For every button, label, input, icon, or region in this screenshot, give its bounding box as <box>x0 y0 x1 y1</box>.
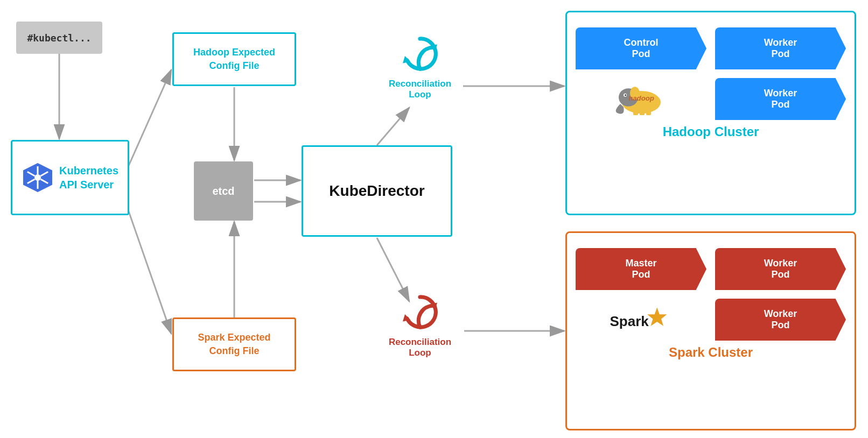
hadoop-logo: hadoop <box>609 83 674 115</box>
kubedirector-label: KubeDirector <box>329 182 424 200</box>
reconciliation-loop-bottom: ReconciliationLoop <box>377 291 463 358</box>
hadoop-logo-cell: hadoop <box>576 78 706 120</box>
hadoop-cluster-box: ControlPod WorkerPod <box>565 11 856 215</box>
hadoop-worker-pod-1: WorkerPod <box>715 27 846 69</box>
k8s-api-server-box: KubernetesAPI Server <box>11 140 129 215</box>
hadoop-control-pod: ControlPod <box>576 27 706 69</box>
hadoop-config-label: Hadoop Expected Config File <box>193 46 275 73</box>
k8s-label: KubernetesAPI Server <box>59 164 118 192</box>
svg-point-14 <box>34 174 41 181</box>
svg-rect-32 <box>646 111 651 115</box>
svg-text:hadoop: hadoop <box>628 94 654 102</box>
svg-rect-30 <box>633 111 638 115</box>
etcd-box: etcd <box>194 161 253 221</box>
spark-master-pod: MasterPod <box>576 248 706 290</box>
recon-icon-blue <box>398 32 442 75</box>
hadoop-pod-grid: ControlPod WorkerPod <box>576 27 846 120</box>
svg-marker-34 <box>647 307 667 326</box>
spark-config-box: Spark Expected Config File <box>172 317 296 371</box>
svg-rect-31 <box>640 111 645 115</box>
kubedirector-box: KubeDirector <box>302 145 452 237</box>
reconciliation-loop-top: ReconciliationLoop <box>377 32 463 100</box>
hadoop-config-box: Hadoop Expected Config File <box>172 32 296 86</box>
recon-top-label: ReconciliationLoop <box>389 79 451 100</box>
spark-pod-grid: MasterPod WorkerPod Spark WorkerPod <box>576 248 846 341</box>
kubernetes-icon <box>22 161 54 194</box>
svg-line-9 <box>377 108 409 145</box>
spark-logo: Spark <box>606 303 676 336</box>
diagram: #kubectl... KubernetesAPI Server Hadoop … <box>0 0 868 438</box>
spark-worker-pod-2: WorkerPod <box>715 299 846 341</box>
spark-worker-pod-1: WorkerPod <box>715 248 846 290</box>
hadoop-worker-pod-2: WorkerPod <box>715 78 846 120</box>
recon-icon-red <box>398 291 442 334</box>
svg-point-28 <box>625 94 626 96</box>
etcd-label: etcd <box>212 185 234 197</box>
svg-line-3 <box>128 70 171 167</box>
spark-logo-cell: Spark <box>576 299 706 341</box>
kubectl-label: #kubectl... <box>27 32 91 44</box>
spark-config-label: Spark Expected Config File <box>198 331 270 358</box>
svg-text:Spark: Spark <box>610 313 649 329</box>
spark-cluster-box: MasterPod WorkerPod Spark WorkerPod Spar… <box>565 231 856 430</box>
recon-bottom-label: ReconciliationLoop <box>389 337 451 358</box>
svg-line-4 <box>128 210 171 334</box>
kubectl-box: #kubectl... <box>16 22 102 54</box>
spark-cluster-title: Spark Cluster <box>576 345 846 360</box>
hadoop-cluster-title: Hadoop Cluster <box>576 124 846 139</box>
